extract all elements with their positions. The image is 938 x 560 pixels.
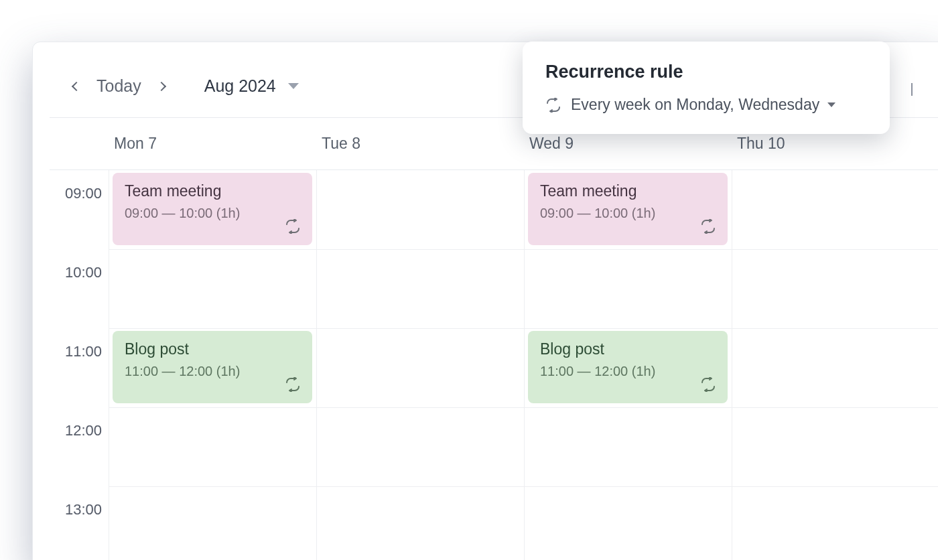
event-time: 11:00 — 12:00 (1h) [125, 364, 300, 379]
caret-down-icon [827, 102, 835, 107]
grid-line [109, 170, 109, 560]
grid-line [109, 407, 938, 408]
chevron-down-icon [288, 83, 299, 89]
prev-button[interactable] [64, 73, 88, 100]
event-card[interactable]: Blog post 11:00 — 12:00 (1h) [113, 331, 312, 403]
grid-line [732, 170, 732, 560]
day-header: Mon 7 [109, 135, 316, 153]
chevron-down-icon [911, 83, 913, 96]
time-column: 09:00 10:00 11:00 12:00 13:00 [50, 170, 109, 560]
time-label: 10:00 [50, 249, 109, 328]
chevron-left-icon [72, 81, 81, 90]
time-label: 12:00 [50, 407, 109, 486]
day-header: Wed 9 [524, 135, 732, 153]
event-card[interactable]: Team meeting 09:00 — 10:00 (1h) [528, 173, 728, 245]
grid-line [316, 170, 317, 560]
event-title: Team meeting [540, 182, 716, 200]
time-label: 09:00 [50, 170, 109, 249]
month-picker[interactable]: Aug 2024 [204, 76, 299, 96]
recurring-icon [284, 376, 302, 393]
today-button[interactable]: Today [96, 76, 141, 96]
chevron-right-icon [157, 81, 166, 90]
view-dropdown[interactable] [911, 83, 913, 95]
grid-line [109, 328, 938, 329]
grid-line [524, 170, 525, 560]
event-time: 09:00 — 10:00 (1h) [540, 206, 716, 221]
event-title: Blog post [125, 340, 300, 358]
grid-line [109, 249, 938, 250]
next-button[interactable] [149, 73, 174, 100]
event-time: 11:00 — 12:00 (1h) [540, 364, 716, 379]
popover-title: Recurrence rule [545, 62, 867, 82]
event-title: Blog post [540, 340, 716, 358]
recurring-icon [699, 376, 717, 393]
recurring-icon [284, 218, 302, 234]
grid-line [109, 486, 938, 487]
day-header: Thu 10 [732, 135, 938, 153]
recurrence-rule-select[interactable]: Every week on Monday, Wednesday [545, 96, 867, 114]
event-time: 09:00 — 10:00 (1h) [125, 206, 300, 221]
month-label: Aug 2024 [204, 76, 276, 96]
recurring-icon [699, 218, 717, 234]
recurrence-popover: Recurrence rule Every week on Monday, We… [523, 42, 890, 134]
event-card[interactable]: Blog post 11:00 — 12:00 (1h) [528, 331, 728, 403]
recurring-icon [545, 98, 571, 113]
event-title: Team meeting [125, 182, 300, 200]
recurrence-rule-text: Every week on Monday, Wednesday [571, 96, 819, 114]
day-header: Tue 8 [316, 135, 524, 153]
time-label: 13:00 [50, 486, 109, 560]
event-card[interactable]: Team meeting 09:00 — 10:00 (1h) [113, 173, 312, 245]
time-label: 11:00 [50, 328, 109, 407]
